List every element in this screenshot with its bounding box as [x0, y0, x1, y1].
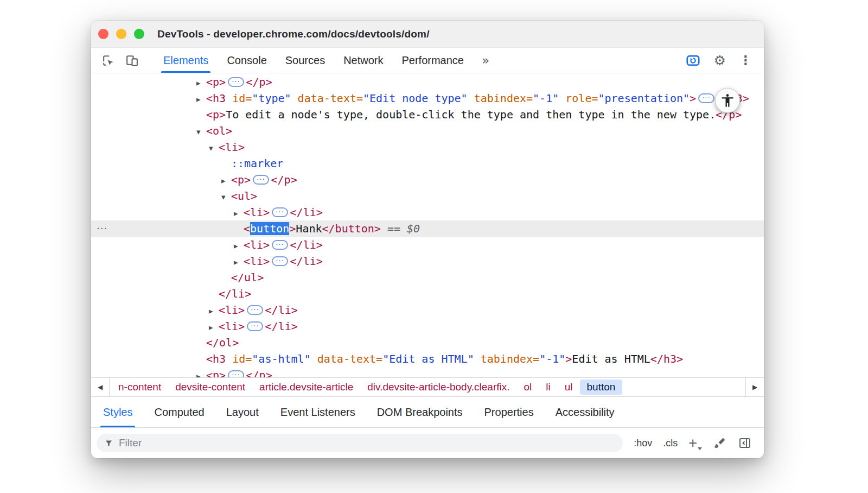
collapse-arrow-icon[interactable]: ▾ [221, 189, 231, 205]
dom-tree-line[interactable]: </ol> [91, 334, 764, 351]
titlebar[interactable]: DevTools - developer.chrome.com/docs/dev… [91, 21, 764, 48]
styles-tab-properties[interactable]: Properties [474, 397, 545, 427]
attribute-name-token: role= [559, 92, 598, 105]
toggle-element-state-button[interactable]: :hov [634, 438, 652, 449]
inspect-icon[interactable] [101, 53, 116, 68]
breadcrumb-item-n-content[interactable]: n-content [111, 380, 168, 395]
window-title: DevTools - developer.chrome.com/docs/dev… [157, 28, 430, 40]
breadcrumb-item-ul[interactable]: ul [558, 380, 580, 395]
tag-token: </p> [246, 75, 272, 89]
expand-ellipsis-button[interactable]: ··· [228, 77, 244, 87]
toggle-class-button[interactable]: .cls [663, 438, 678, 449]
dom-tree-line[interactable]: <h3 id="as-html" data-text="Edit as HTML… [91, 351, 764, 367]
expand-arrow-icon[interactable]: ▸ [234, 238, 244, 254]
filter-input[interactable] [97, 434, 623, 452]
styles-tab-styles[interactable]: Styles [92, 397, 143, 427]
reload-icon[interactable] [686, 53, 700, 68]
dom-tree-line[interactable]: ▸<li>···</li> [91, 204, 764, 220]
breadcrumb-item-div-devsite-article-body-clearfix[interactable]: div.devsite-article-body.clearfix. [360, 380, 516, 395]
dom-tree-line[interactable]: ::marker [91, 155, 764, 172]
filter-text-input[interactable] [119, 437, 615, 449]
expand-arrow-icon[interactable]: ▸ [196, 75, 206, 91]
expand-arrow-icon[interactable]: ▸ [234, 254, 244, 270]
styles-tab-dom-breakpoints[interactable]: DOM Breakpoints [366, 397, 474, 427]
dom-tree-line[interactable]: ▸<h3 id="type" data-text="Edit node type… [91, 90, 764, 106]
tag-token: </li> [265, 304, 298, 317]
more-tabs-icon[interactable]: » [482, 53, 489, 67]
attribute-value-token: "-1" [539, 352, 565, 365]
attribute-value-token: "-1" [533, 92, 559, 105]
styles-tab-accessibility[interactable]: Accessibility [545, 397, 626, 427]
tag-name-editing-selection[interactable]: button [250, 222, 289, 235]
dom-tree-line[interactable]: ▸<li>···</li> [91, 237, 764, 253]
styles-tab-event-listeners[interactable]: Event Listeners [270, 397, 366, 427]
expand-ellipsis-button[interactable]: ··· [272, 256, 288, 266]
dom-tree-line[interactable]: </li> [91, 286, 764, 302]
dom-tree-line[interactable]: ▸<li>···</li> [91, 318, 764, 334]
styles-tabbar: StylesComputedLayoutEvent ListenersDOM B… [91, 396, 764, 428]
dom-tree-line[interactable]: ▸<p>···</p> [91, 74, 764, 90]
tab-sources[interactable]: Sources [276, 48, 334, 73]
styles-tab-layout[interactable]: Layout [215, 397, 270, 427]
tag-token: <li> [244, 255, 270, 268]
breadcrumb-scroll-right-button[interactable]: ▶ [745, 378, 764, 396]
expand-arrow-icon[interactable]: ▸ [196, 368, 206, 377]
tab-console[interactable]: Console [218, 48, 276, 73]
attribute-name-token: data-text= [311, 352, 382, 365]
expand-ellipsis-button[interactable]: ··· [247, 305, 263, 315]
settings-gear-icon[interactable]: ⚙ [714, 53, 726, 68]
expand-ellipsis-button[interactable]: ··· [272, 207, 288, 217]
breadcrumb-item-article-devsite-article[interactable]: article.devsite-article [252, 380, 360, 395]
dom-tree-line[interactable]: ▸<p>···</p> [91, 367, 764, 377]
expand-ellipsis-button[interactable]: ··· [698, 93, 714, 103]
dom-tree-line[interactable]: ···<button>Hank</button> == $0 [91, 220, 764, 237]
tag-token: <h3 [206, 92, 226, 105]
attribute-name-token: data-text= [291, 92, 363, 105]
new-style-rule-button[interactable]: + [688, 436, 702, 451]
tab-elements[interactable]: Elements [154, 48, 218, 73]
dom-tree-line[interactable]: ▸<p>···</p> [91, 172, 764, 188]
breadcrumb-item-ol[interactable]: ol [517, 380, 539, 395]
breadcrumb-item-devsite-content[interactable]: devsite-content [168, 380, 252, 395]
breadcrumb-item-button[interactable]: button [580, 380, 623, 395]
expand-ellipsis-button[interactable]: ··· [272, 240, 288, 250]
tag-token: <li> [219, 141, 245, 154]
tab-network[interactable]: Network [334, 48, 392, 73]
expand-ellipsis-button[interactable]: ··· [253, 175, 269, 185]
menu-kebab-icon[interactable]: ⋮ [739, 53, 752, 67]
zoom-window-button[interactable] [134, 29, 144, 39]
dom-tree-line[interactable]: ▸<li>···</li> [91, 302, 764, 318]
close-window-button[interactable] [98, 29, 108, 39]
dom-tree-line[interactable]: ▾<li> [91, 139, 764, 155]
dom-tree-line[interactable]: <p>To edit a node's type, double-click t… [91, 106, 764, 123]
collapse-arrow-icon[interactable]: ▾ [209, 140, 219, 156]
styles-tab-computed[interactable]: Computed [143, 397, 215, 427]
expand-arrow-icon[interactable]: ▸ [234, 205, 244, 222]
tag-token: <ul> [231, 189, 257, 203]
row-menu-dots-icon[interactable]: ··· [97, 220, 107, 237]
breadcrumb-scroll-left-button[interactable]: ◀ [91, 378, 110, 396]
device-toolbar-icon[interactable] [125, 53, 139, 68]
dom-tree-line[interactable]: ▸<li>···</li> [91, 253, 764, 269]
tag-token: </ul> [231, 271, 264, 284]
expand-arrow-icon[interactable]: ▸ [196, 91, 206, 108]
breadcrumb-item-li[interactable]: li [539, 380, 557, 395]
tab-performance[interactable]: Performance [393, 48, 474, 73]
attribute-value-token: "Edit node type" [363, 92, 468, 105]
tag-token: </li> [290, 206, 323, 219]
toolbar-right: ⚙ ⋮ [686, 53, 764, 68]
dom-tree-line[interactable]: ▾<ol> [91, 123, 764, 139]
tag-token: </li> [265, 320, 298, 333]
dom-tree-line[interactable]: </ul> [91, 269, 764, 286]
minimize-window-button[interactable] [116, 29, 126, 39]
expand-arrow-icon[interactable]: ▸ [209, 319, 219, 336]
attribute-name-token: tabindex= [468, 92, 533, 105]
dom-tree-line[interactable]: ▾<ul> [91, 188, 764, 204]
toggle-computed-sidebar-icon[interactable] [738, 436, 752, 450]
expand-ellipsis-button[interactable]: ··· [247, 321, 263, 331]
font-editor-icon[interactable] [713, 436, 727, 450]
collapse-arrow-icon[interactable]: ▾ [196, 124, 206, 140]
expand-arrow-icon[interactable]: ▸ [209, 303, 219, 319]
expand-arrow-icon[interactable]: ▸ [221, 173, 231, 189]
expand-ellipsis-button[interactable]: ··· [228, 370, 244, 378]
